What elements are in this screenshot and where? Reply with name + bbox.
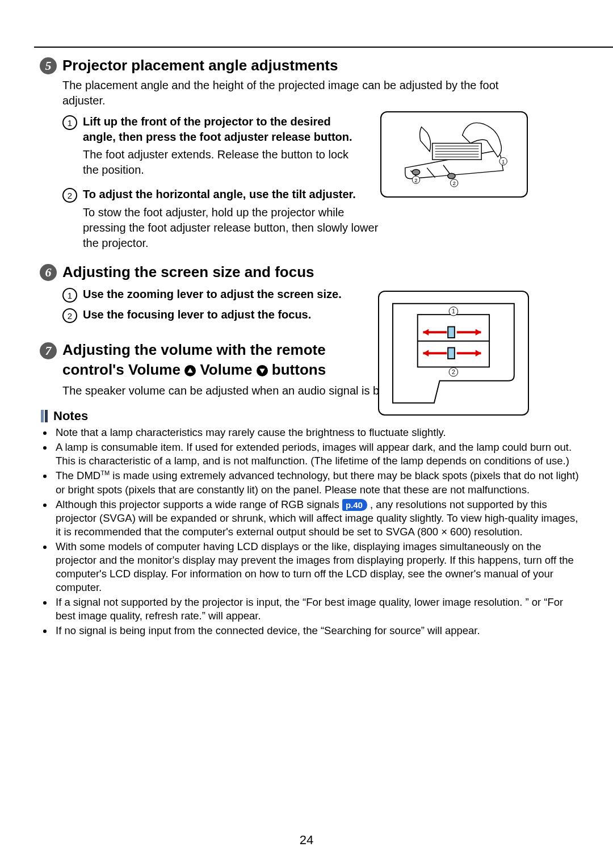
svg-marker-16 [423, 329, 429, 336]
section-5-title: Projector placement angle adjustments [62, 57, 338, 74]
page-reference-link[interactable]: p.40 [342, 499, 367, 511]
note-item: Note that a lamp characteristics may rar… [53, 426, 579, 439]
svg-text:1: 1 [502, 158, 505, 165]
svg-text:2: 2 [452, 181, 455, 187]
figure-zoom-focus: 1 2 [378, 291, 529, 416]
note-rgb-a: Although this projector supports a wide … [56, 498, 342, 510]
manual-page: 1 2 2 1 2 [0, 0, 613, 868]
svg-point-6 [412, 170, 419, 175]
step-number-1: 1 [62, 115, 77, 130]
projector-tilt-illustration: 1 2 2 [389, 116, 519, 192]
sec6-step1-title: Use the zooming lever to adjust the scre… [83, 287, 342, 303]
note-item: The DMDTM is made using extremely advanc… [53, 469, 579, 496]
volume-up-icon [184, 365, 196, 376]
tm-mark: TM [100, 469, 110, 476]
svg-point-7 [447, 174, 455, 179]
note-dmd-b: is made using extremely advanced technol… [56, 469, 579, 495]
sec7-title-part-b: Volume [200, 361, 256, 378]
notes-list: Note that a lamp characteristics may rar… [34, 426, 579, 638]
page-number: 24 [0, 833, 613, 848]
note-item: If no signal is being input from the con… [53, 624, 579, 638]
zoom-focus-illustration: 1 2 [387, 298, 520, 408]
svg-marker-22 [423, 350, 429, 357]
section-7-title: Adjusting the volume with the remote con… [62, 340, 380, 380]
svg-marker-31 [259, 369, 265, 374]
sec6-step2-title: Use the focusing lever to adjust the foc… [83, 307, 311, 323]
note-item: Although this projector supports a wide … [53, 498, 579, 539]
step-number-2: 2 [62, 308, 77, 323]
svg-text:2: 2 [414, 177, 417, 183]
step-number-2: 2 [62, 188, 77, 203]
svg-text:1: 1 [452, 308, 455, 315]
sec7-title-part-c: buttons [272, 361, 326, 378]
section-6-title: Adjusting the screen size and focus [62, 263, 314, 281]
section-number-badge: 5 [40, 57, 57, 74]
figure-projector-tilt: 1 2 2 [380, 111, 528, 198]
sec5-step2-title: To adjust the horizontal angle, use the … [83, 187, 356, 203]
sec5-step1-title: Lift up the front of the projector to th… [83, 114, 363, 145]
svg-marker-25 [476, 350, 481, 357]
step-number-1: 1 [62, 288, 77, 303]
sec5-step1-desc: The foot adjuster extends. Release the b… [83, 147, 355, 178]
svg-marker-19 [476, 329, 481, 336]
notes-icon [40, 410, 49, 422]
note-item: A lamp is consumable item. If used for e… [53, 441, 579, 468]
section-number-badge: 7 [40, 342, 57, 359]
note-item: If a signal not supported by the project… [53, 596, 579, 623]
note-item: With some models of computer having LCD … [53, 540, 579, 594]
svg-rect-23 [448, 347, 455, 358]
notes-title: Notes [53, 409, 88, 423]
sec5-step2-desc: To stow the foot adjuster, hold up the p… [83, 205, 384, 251]
section-5-intro: The placement angle and the height of th… [62, 78, 528, 108]
svg-rect-17 [448, 326, 455, 337]
svg-text:2: 2 [452, 368, 455, 375]
section-number-badge: 6 [40, 264, 57, 281]
note-dmd-a: The DMD [56, 469, 100, 481]
svg-marker-30 [187, 368, 193, 372]
header-rule [34, 47, 613, 48]
volume-down-icon [257, 365, 268, 376]
